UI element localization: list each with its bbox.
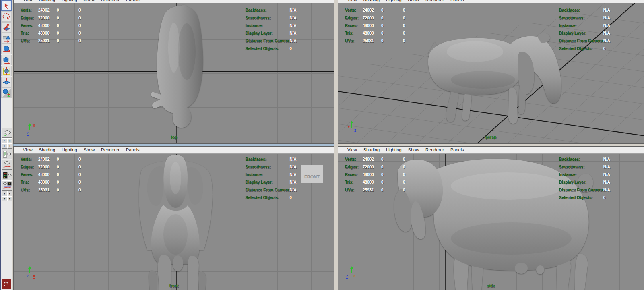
viewport-menu-item[interactable]: Lighting [58, 0, 80, 2]
viewport-menu-item[interactable]: Panels [123, 147, 143, 153]
viewport-canvas-front[interactable]: Verts:24002 00 Edges:72000 00 Faces:4800… [14, 154, 334, 290]
camera-label: persp [338, 135, 644, 139]
camera-label: top [14, 135, 334, 139]
four-pane-cell-icon[interactable]: + [2, 138, 7, 143]
viewport-menu-item[interactable]: Lighting [383, 0, 405, 2]
soft-modification-tool-button[interactable] [1, 77, 12, 87]
hud-object-row: Smoothness:N/A [246, 14, 297, 22]
viewport-menu-item[interactable]: View [344, 0, 360, 2]
hud-object-row: Distance From Camera:N/A [246, 37, 297, 45]
hud-poly-count: Verts:24002 00 Edges:72000 00 Faces:4800… [21, 6, 100, 45]
layout-dropdown-buttons: ▾ ▾ ▾ ▾ [2, 191, 12, 201]
hud-poly-row: Faces:48000 00 [21, 22, 100, 29]
hud-object-details: Backfaces:N/A Smoothness:N/A Instance:N/… [246, 155, 297, 201]
persp-graph-layout-button[interactable] [2, 160, 12, 170]
layout-menu-button[interactable]: ▾ [2, 196, 7, 201]
four-pane-cell-icon[interactable]: + [7, 143, 12, 149]
axis-gizmo: z x [22, 265, 39, 283]
persp-uv-layout-button[interactable] [2, 180, 12, 191]
layout-menu-button[interactable]: ▾ [7, 196, 12, 201]
viewport-menu-item[interactable]: Panels [447, 0, 467, 2]
hud-object-row: Backfaces:N/A [559, 155, 610, 163]
viewport-menu-item[interactable]: Renderer [98, 147, 123, 153]
hud-poly-row: Faces:48000 00 [21, 171, 100, 178]
quick-layout-buttons: + ◇ + + [1, 127, 13, 202]
paint-brush-icon [2, 23, 11, 32]
four-pane-cell-icon[interactable]: + [2, 143, 7, 149]
viewport-menu-item[interactable]: View [344, 147, 360, 153]
viewport-persp[interactable]: ViewShadingLightingShowRendererPanels [338, 0, 644, 144]
move-tool-button[interactable] [1, 33, 12, 44]
hud-object-row: Selected Objects:0 [246, 194, 297, 201]
paint-select-tool-button[interactable] [1, 22, 12, 33]
viewport-menu-item[interactable]: Panels [447, 147, 467, 153]
outliner-persp-layout-button[interactable] [2, 149, 12, 159]
persp-uv-icon [3, 182, 12, 190]
persp-graph-icon [3, 161, 12, 169]
viewport-menu-item[interactable]: Lighting [383, 147, 405, 153]
hud-poly-row: Tris:48000 00 [345, 178, 425, 186]
universal-manipulator-tool-button[interactable] [1, 66, 12, 76]
lasso-select-tool-button[interactable] [1, 11, 12, 22]
hypershade-persp-layout-button[interactable] [2, 170, 12, 180]
four-pane-cell-icon[interactable]: ◇ [7, 138, 12, 143]
viewport-menu-item[interactable]: Panels [123, 0, 143, 2]
soft-modification-icon [2, 78, 11, 86]
show-manipulator-tool-button[interactable] [1, 87, 12, 98]
layout-menu-button[interactable]: ▾ [2, 191, 7, 196]
viewport-menu-item[interactable]: View [20, 147, 36, 153]
viewport-side[interactable]: ViewShadingLightingShowRendererPanels [338, 146, 644, 290]
select-tool-button[interactable] [1, 0, 12, 11]
hud-poly-row: Verts:24002 00 [345, 155, 425, 163]
scale-tool-button[interactable] [1, 55, 12, 65]
viewport-menu-item[interactable]: Shading [36, 0, 58, 2]
hud-object-row: Display Layer:N/A [559, 29, 610, 37]
viewport-menu-item[interactable]: Shading [360, 0, 383, 2]
viewport-menu-item[interactable]: Renderer [98, 0, 123, 2]
rotate-tool-button[interactable] [1, 44, 12, 54]
hud-object-row: Distance From Camera:N/A [559, 37, 610, 45]
rotate-icon [2, 45, 11, 54]
y-axis-arrow [29, 124, 30, 130]
hud-poly-row: Faces:48000 00 [345, 22, 425, 29]
y-axis-arrow [351, 122, 352, 128]
viewport-menubar: ViewShadingLightingShowRendererPanels [14, 0, 334, 3]
viewport-canvas-side[interactable]: Verts:24002 00 Edges:72000 00 Faces:4800… [338, 154, 644, 290]
viewport-menubar: ViewShadingLightingShowRendererPanels [14, 147, 334, 154]
hud-object-row: Backfaces:N/A [246, 6, 297, 14]
viewport-menu-item[interactable]: Shading [360, 147, 383, 153]
viewport-canvas-top[interactable]: Verts:24002 00 Edges:72000 00 Faces:4800… [14, 3, 334, 143]
viewport-menu-item[interactable]: Renderer [422, 147, 447, 153]
single-pane-layout-button[interactable] [2, 128, 12, 138]
hud-poly-row: Verts:24002 00 [21, 6, 100, 14]
viewport-menu-item[interactable]: Lighting [58, 147, 80, 153]
hud-poly-row: Edges:72000 00 [21, 14, 100, 22]
hud-poly-row: Tris:48000 00 [21, 178, 100, 186]
toolbox: + ◇ + + [0, 0, 12, 290]
viewport-menu-item[interactable]: Show [405, 0, 423, 2]
layout-menu-button[interactable]: ▾ [7, 191, 12, 196]
hud-poly-row: Edges:72000 00 [345, 14, 425, 22]
viewport-menu-item[interactable]: Shading [36, 147, 58, 153]
select-arrow-icon [2, 2, 11, 10]
x-axis-label: x [353, 273, 356, 278]
move-icon [2, 34, 11, 43]
viewport-menu-item[interactable]: View [20, 0, 36, 2]
x-axis-label: x [348, 125, 350, 129]
four-pane-layout-button[interactable]: + ◇ + + [2, 138, 12, 149]
hud-poly-row: UVs:25931 00 [21, 37, 100, 45]
partial-tool-icon[interactable] [2, 279, 11, 289]
hud-object-row: Instance:N/A [246, 22, 297, 29]
viewport-menu-item[interactable]: Show [405, 147, 423, 153]
hypershade-persp-icon [3, 171, 12, 179]
viewport-canvas-persp[interactable]: Verts:24002 00 Edges:72000 00 Faces:4800… [338, 3, 644, 143]
view-tooltip: FRONT [301, 165, 323, 183]
viewport-menu-item[interactable]: Show [80, 147, 98, 153]
hud-object-row: Backfaces:N/A [559, 6, 610, 14]
hud-object-row: Distance From Camera:N/A [246, 186, 297, 194]
outliner-persp-icon [3, 150, 12, 158]
viewport-front[interactable]: ViewShadingLightingShowRendererPanels [13, 146, 334, 290]
viewport-top[interactable]: ViewShadingLightingShowRendererPanels [13, 0, 334, 144]
viewport-menu-item[interactable]: Show [80, 0, 98, 2]
viewport-menu-item[interactable]: Renderer [422, 0, 447, 2]
